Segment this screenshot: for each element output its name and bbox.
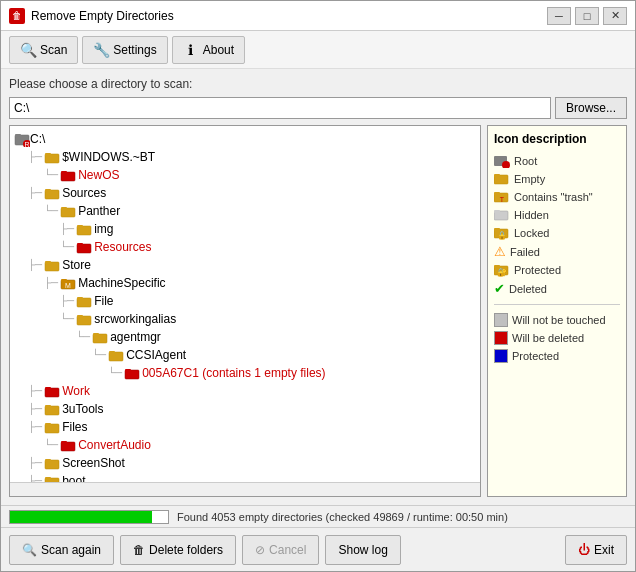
exit-icon: ⏻ [578,543,590,557]
icon-desc-protected: 🔐 Protected [494,261,620,279]
content-area: Please choose a directory to scan: Brows… [1,69,635,505]
settings-icon: 🔧 [93,42,109,58]
svg-text:M: M [65,282,71,289]
node-file: File [94,293,113,309]
node-newos: NewOS [78,167,119,183]
svg-text:T: T [500,196,505,203]
svg-rect-13 [77,225,83,228]
node-windows: $WINDOWS.~BT [62,149,155,165]
about-icon: ℹ [183,42,199,58]
node-agentmgr: agentmgr [110,329,161,345]
tree-node-img: ├─ img [12,220,478,238]
svg-text:R: R [24,141,29,147]
scan-again-icon: 🔍 [22,543,37,557]
svg-rect-7 [61,171,67,174]
svg-rect-53 [494,210,500,213]
directory-input[interactable] [9,97,551,119]
svg-rect-17 [45,261,51,264]
svg-rect-9 [45,189,51,192]
tree-scroll[interactable]: R C:\ ├─ $WINDOWS.~BT └─ NewO [10,126,480,482]
scan-again-button[interactable]: 🔍 Scan again [9,535,114,565]
tree-node-005a67c1: └─ 005A67C1 (contains 1 empty files) [12,364,478,382]
folder-icon-screenshot [44,455,60,471]
show-log-label: Show log [338,543,387,557]
icon-desc-failed: ⚠ Failed [494,242,620,261]
icon-desc-locked: 🔒 Locked [494,224,620,242]
about-label: About [203,43,234,57]
svg-rect-40 [45,459,51,462]
icon-desc-separator [494,304,620,305]
tree-node-files: ├─ Files [12,418,478,436]
settings-button[interactable]: 🔧 Settings [82,36,167,64]
title-bar: 🗑 Remove Empty Directories ─ □ ✕ [1,1,635,31]
tree-node-agentmgr: └─ agentmgr [12,328,478,346]
red-swatch [494,331,508,345]
delete-folders-button[interactable]: 🗑 Delete folders [120,535,236,565]
tree-node-resources: └─ Resources [12,238,478,256]
browse-button[interactable]: Browse... [555,97,627,119]
icon-desc-hidden: Hidden [494,206,620,224]
deleted-label: Deleted [509,283,547,295]
about-button[interactable]: ℹ About [172,36,245,64]
tree-node-convertaudio: └─ ConvertAudio [12,436,478,454]
node-convertaudio: ConvertAudio [78,437,151,453]
node-img: img [94,221,113,237]
icon-swatch-gray: Will not be touched [494,311,620,329]
tree-node-machinespecific: ├─ M MachineSpecific [12,274,478,292]
icon-desc-deleted: ✔ Deleted [494,279,620,298]
folder-icon-srcworkingalias [76,311,92,327]
failed-label: Failed [510,246,540,258]
cancel-button[interactable]: ⊘ Cancel [242,535,319,565]
directory-input-row: Browse... [9,97,627,119]
scan-button[interactable]: 🔍 Scan [9,36,78,64]
hidden-label: Hidden [514,209,549,221]
node-panther: Panther [78,203,120,219]
tree-hscroll[interactable] [10,482,480,496]
exit-label: Exit [594,543,614,557]
settings-label: Settings [113,43,156,57]
svg-rect-30 [125,369,131,372]
directory-label: Please choose a directory to scan: [9,77,627,91]
node-boot: boot [62,473,85,482]
node-files: Files [62,419,87,435]
gray-swatch-label: Will not be touched [512,314,606,326]
node-sources: Sources [62,185,106,201]
delete-folders-icon: 🗑 [133,543,145,557]
node-machinespecific: MachineSpecific [78,275,165,291]
svg-text:🔒: 🔒 [497,230,507,240]
icon-swatch-blue: Protected [494,347,620,365]
folder-icon-machinespecific: M [60,275,76,291]
svg-rect-26 [93,333,99,336]
exit-button[interactable]: ⏻ Exit [565,535,627,565]
tree-node-work: ├─ Work [12,382,478,400]
main-panels: R C:\ ├─ $WINDOWS.~BT └─ NewO [9,125,627,497]
svg-rect-34 [45,405,51,408]
svg-rect-28 [109,351,115,354]
tree-node-windows: ├─ $WINDOWS.~BT [12,148,478,166]
folder-icon-convertaudio [60,437,76,453]
node-srcworkingalias: srcworkingalias [94,311,176,327]
svg-rect-42 [45,477,51,480]
close-button[interactable]: ✕ [603,7,627,25]
show-log-button[interactable]: Show log [325,535,400,565]
tree-node-panther: └─ Panther [12,202,478,220]
svg-rect-11 [61,207,67,210]
tree-node-newos: └─ NewOS [12,166,478,184]
protected-label: Protected [514,264,561,276]
main-window: 🗑 Remove Empty Directories ─ □ ✕ 🔍 Scan … [0,0,636,572]
delete-folders-label: Delete folders [149,543,223,557]
svg-rect-15 [77,243,83,246]
folder-icon-files [44,419,60,435]
bottom-bar: 🔍 Scan again 🗑 Delete folders ⊘ Cancel S… [1,527,635,571]
folder-icon-agentmgr [92,329,108,345]
folder-icon-3utools [44,401,60,417]
tree-node-3utools: ├─ 3uTools [12,400,478,418]
cancel-label: Cancel [269,543,306,557]
status-text: Found 4053 empty directories (checked 49… [177,511,508,523]
svg-rect-1 [15,134,21,137]
maximize-button[interactable]: □ [575,7,599,25]
node-store: Store [62,257,91,273]
minimize-button[interactable]: ─ [547,7,571,25]
tree-node-store: ├─ Store [12,256,478,274]
icon-description-panel: Icon description Root Empty T Contains "… [487,125,627,497]
